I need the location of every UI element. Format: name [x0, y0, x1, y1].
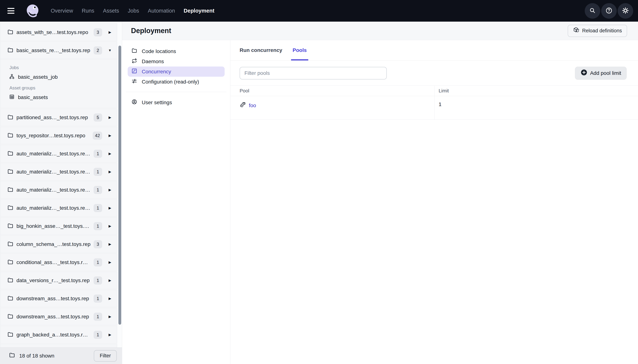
repo-name: big_honkin_asse…_test.toys.rep	[17, 223, 91, 229]
sidebar-repo-row[interactable]: data_versions_r…_test.toys.rep 1 ▶	[0, 272, 117, 289]
chevron-expand-icon[interactable]: ▶	[107, 188, 113, 192]
folder-icon	[9, 352, 15, 360]
sliders-icon	[131, 78, 137, 85]
sidebar-repo-row[interactable]: downstream_ass…test.toys.rep 1 ▶	[0, 308, 117, 325]
folder-icon	[7, 259, 14, 266]
topnav-link-overview[interactable]: Overview	[51, 8, 73, 14]
plus-circle-icon	[580, 69, 587, 77]
chevron-expand-icon[interactable]: ▶	[107, 260, 113, 264]
sidebar-repo-row[interactable]: partitioned_ass…_test.toys.rep 5 ▶	[0, 109, 117, 126]
topnav-link-automation[interactable]: Automation	[148, 8, 175, 14]
tab-pools[interactable]: Pools	[293, 40, 307, 60]
gear-icon	[621, 7, 629, 15]
repo-count-badge: 1	[94, 168, 102, 176]
jobs-list: basic_assets_job	[0, 72, 117, 82]
chevron-expand-icon[interactable]: ▶	[107, 115, 113, 120]
folder-icon	[7, 204, 14, 212]
sidebar-repo-row[interactable]: auto_materializ…_test.toys.repo 1 ▶	[0, 199, 117, 216]
folder-icon	[7, 150, 14, 157]
sidebar-job-item[interactable]: basic_assets_job	[0, 72, 117, 82]
asset-group-name: basic_assets	[18, 94, 48, 100]
nav-item-label: Configuration (read-only)	[142, 79, 199, 85]
filter-pools-input[interactable]	[240, 67, 387, 80]
nav-item-concurrency[interactable]: Concurrency	[128, 66, 225, 77]
folder-icon	[7, 47, 14, 54]
concurrency-tabs: Run concurrency Pools	[230, 40, 638, 60]
folder-icon	[7, 186, 14, 194]
repo-card: auto_materializ…_test.toys.repo 1 ▶	[0, 145, 117, 162]
sidebar-scrollbar[interactable]	[118, 46, 121, 325]
pool-link-foo[interactable]: foo	[249, 102, 256, 108]
chevron-expand-icon[interactable]: ▶	[107, 314, 113, 319]
repo-card: assets_with_se…test.toys.repo 3 ▶	[0, 24, 117, 41]
chevron-expand-icon[interactable]: ▶	[107, 170, 113, 174]
topnav-link-runs[interactable]: Runs	[82, 8, 94, 14]
nav-item-configuration[interactable]: Configuration (read-only)	[128, 77, 225, 87]
help-button[interactable]	[601, 3, 617, 19]
sidebar-repo-row[interactable]: big_honkin_asse…_test.toys.rep 1 ▶	[0, 218, 117, 235]
chevron-expand-icon[interactable]: ▶	[107, 206, 113, 210]
sidebar-repo-row[interactable]: downstream_ass…test.toys.rep 1 ▶	[0, 290, 117, 307]
sidebar-repo-row[interactable]: long_asset_keys_…_test.toys.rep 1 ▶	[0, 344, 117, 347]
nav-item-label: User settings	[142, 100, 172, 106]
nav-item-code-locations[interactable]: Code locations	[128, 46, 225, 56]
chevron-expand-icon[interactable]: ▶	[107, 296, 113, 300]
repo-name: downstream_ass…test.toys.rep	[17, 314, 91, 320]
repo-name: data_versions_r…_test.toys.rep	[17, 278, 91, 284]
sidebar-repo-row[interactable]: conditional_ass…_test.toys.repo 1 ▶	[0, 254, 117, 271]
chevron-expand-icon[interactable]: ▶	[107, 278, 113, 282]
sidebar-repo-row[interactable]: basic_assets_re…_test.toys.rep 2 ▼	[0, 42, 117, 59]
topnav-link-jobs[interactable]: Jobs	[128, 8, 139, 14]
chevron-expand-icon[interactable]: ▶	[107, 224, 113, 228]
repo-card: conditional_ass…_test.toys.repo 1 ▶	[0, 254, 117, 271]
topnav-links: Overview Runs Assets Jobs Automation Dep…	[51, 8, 215, 14]
sidebar-repo-row[interactable]: auto_materializ…_test.toys.repo 1 ▶	[0, 163, 117, 180]
sidebar-repo-row[interactable]: auto_materializ…_test.toys.repo 1 ▶	[0, 181, 117, 198]
sidebar-repo-row[interactable]: assets_with_se…test.toys.repo 3 ▶	[0, 24, 117, 41]
chevron-expand-icon[interactable]: ▶	[107, 134, 113, 138]
page-title: Deployment	[131, 27, 171, 35]
nav-divider	[126, 92, 227, 92]
sidebar-filter-button[interactable]: Filter	[94, 350, 117, 362]
search-button[interactable]	[585, 3, 600, 19]
jobs-section-label: Jobs	[10, 65, 117, 70]
sidebar-repo-row[interactable]: graph_backed_a…test.toys.repo 1 ▶	[0, 326, 117, 343]
folder-icon	[7, 331, 14, 338]
sidebar-repo-row[interactable]: auto_materializ…_test.toys.repo 1 ▶	[0, 145, 117, 162]
add-pool-limit-button[interactable]: Add pool limit	[575, 67, 626, 80]
topnav-link-assets[interactable]: Assets	[103, 8, 119, 14]
sidebar-repo-row[interactable]: column_schema_…test.toys.rep 3 ▶	[0, 236, 117, 253]
repo-card: auto_materializ…_test.toys.repo 1 ▶	[0, 163, 117, 180]
repo-count-summary: 18 of 18 shown	[19, 353, 54, 359]
repo-name: downstream_ass…test.toys.rep	[17, 296, 91, 302]
repo-count-badge: 1	[94, 204, 102, 212]
sidebar-repo-row[interactable]: toys_repositor…test.toys.repo 42 ▶	[0, 127, 117, 144]
chevron-expand-icon[interactable]: ▼	[107, 48, 113, 52]
repeat-icon	[131, 58, 137, 65]
chevron-expand-icon[interactable]: ▶	[107, 332, 113, 337]
repo-count-badge: 1	[94, 222, 102, 230]
repo-count-badge: 1	[94, 150, 102, 158]
pools-toolbar: Add pool limit	[240, 67, 626, 80]
folder-icon	[7, 114, 14, 121]
nav-item-daemons[interactable]: Daemons	[128, 56, 225, 66]
app-root: Overview Runs Assets Jobs Automation Dep…	[0, 0, 638, 364]
tab-run-concurrency[interactable]: Run concurrency	[240, 40, 282, 60]
repo-count-badge: 1	[94, 276, 102, 284]
page-header: Deployment Reload definitions	[122, 22, 638, 40]
nav-item-user-settings[interactable]: User settings	[128, 97, 225, 108]
chevron-expand-icon[interactable]: ▶	[107, 152, 113, 156]
sidebar-asset-group-item[interactable]: basic_assets	[0, 92, 117, 103]
help-icon	[605, 7, 613, 15]
repo-card: long_asset_keys_…_test.toys.rep 1 ▶	[0, 344, 117, 347]
dagster-logo[interactable]	[25, 3, 40, 19]
code-location-sidebar: assets_with_se…test.toys.repo 3 ▶ basic_…	[0, 22, 122, 364]
chevron-expand-icon[interactable]: ▶	[107, 242, 113, 246]
hamburger-menu-button[interactable]	[8, 5, 19, 17]
topnav-link-deployment[interactable]: Deployment	[184, 8, 215, 14]
chevron-expand-icon[interactable]: ▶	[107, 30, 113, 34]
reload-definitions-button[interactable]: Reload definitions	[568, 25, 627, 37]
settings-button[interactable]	[618, 3, 633, 19]
repo-count-badge: 5	[94, 114, 102, 122]
folder-icon	[7, 168, 14, 175]
